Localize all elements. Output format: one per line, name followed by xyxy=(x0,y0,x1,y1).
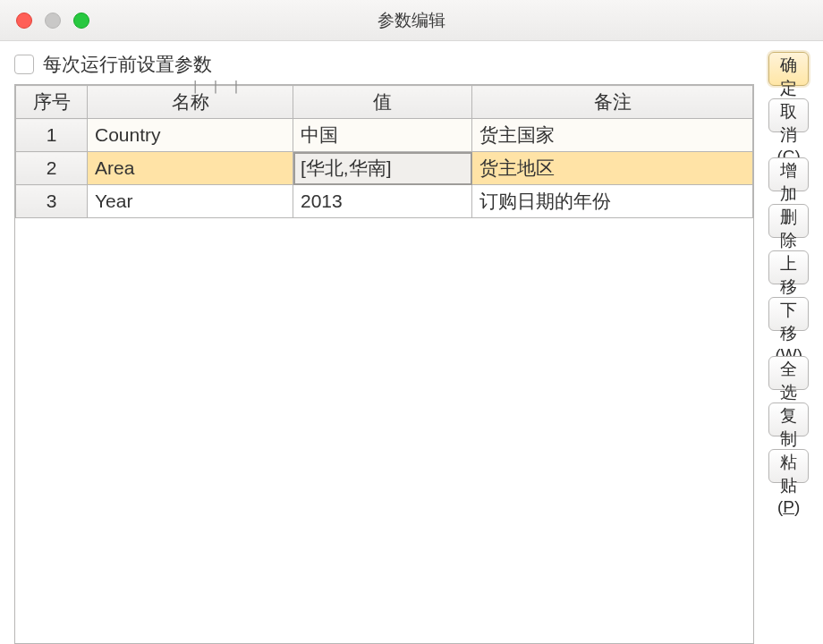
delete-button[interactable]: 删除(D) xyxy=(768,204,809,238)
paste-button-key: P xyxy=(783,497,794,516)
table-header-row: 序号 名称 值 备注 xyxy=(16,86,753,119)
paste-button-text: 粘贴 xyxy=(780,453,797,495)
cell-note[interactable]: 订购日期的年份 xyxy=(472,185,753,218)
set-params-each-run-row: 每次运行前设置参数 | | | xyxy=(14,52,754,77)
ok-button-text: 确定 xyxy=(780,55,797,97)
cell-index: 3 xyxy=(16,185,88,218)
cell-value-editing[interactable]: [华北,华南] xyxy=(293,152,472,185)
set-params-each-run-checkbox[interactable] xyxy=(14,55,34,74)
copy-button-text: 复制 xyxy=(780,406,797,448)
header-value[interactable]: 值 xyxy=(293,86,472,119)
header-note[interactable]: 备注 xyxy=(472,86,753,119)
column-resize-handle-icon[interactable]: | | | xyxy=(191,79,242,93)
window-controls xyxy=(16,13,89,29)
close-icon[interactable] xyxy=(16,13,32,29)
move-up-button-text: 上移 xyxy=(780,254,797,296)
button-panel: 确定(O) 取消(C) 增加(A) 删除(D) 上移(U) 下移(W) 全选(A… xyxy=(768,52,809,644)
cell-name[interactable]: Area xyxy=(88,152,293,185)
window-title: 参数编辑 xyxy=(378,11,445,30)
cell-value[interactable]: 中国 xyxy=(293,119,472,152)
header-name[interactable]: 名称 xyxy=(88,86,293,119)
titlebar: 参数编辑 xyxy=(0,0,823,41)
cell-index: 2 xyxy=(16,152,88,185)
table-row-selected[interactable]: 2 Area [华北,华南] 货主地区 xyxy=(16,152,753,185)
cancel-button-text: 取消 xyxy=(780,102,797,144)
cell-value[interactable]: 2013 xyxy=(293,185,472,218)
add-button[interactable]: 增加(A) xyxy=(768,157,809,191)
cell-name[interactable]: Year xyxy=(88,185,293,218)
table-row[interactable]: 3 Year 2013 订购日期的年份 xyxy=(16,185,753,218)
move-up-button[interactable]: 上移(U) xyxy=(768,250,809,284)
minimize-icon[interactable] xyxy=(45,13,61,29)
parameter-table[interactable]: 序号 名称 值 备注 1 Country 中国 货主国家 xyxy=(14,84,754,644)
paste-button[interactable]: 粘贴(P) xyxy=(768,449,809,483)
select-all-button[interactable]: 全选(A) xyxy=(768,356,809,390)
parameter-edit-window: 参数编辑 每次运行前设置参数 | | | 序号 名称 值 xyxy=(0,0,823,644)
cell-index: 1 xyxy=(16,119,88,152)
move-down-button-text: 下移 xyxy=(780,301,797,343)
set-params-each-run-label: 每次运行前设置参数 xyxy=(43,52,212,77)
add-button-text: 增加 xyxy=(780,161,797,203)
maximize-icon[interactable] xyxy=(73,13,89,29)
copy-button[interactable]: 复制(X) xyxy=(768,402,809,436)
cell-note[interactable]: 货主国家 xyxy=(472,119,753,152)
cancel-button[interactable]: 取消(C) xyxy=(768,98,809,132)
dialog-content: 每次运行前设置参数 | | | 序号 名称 值 备注 xyxy=(0,41,823,644)
delete-button-text: 删除 xyxy=(780,208,797,250)
move-down-button[interactable]: 下移(W) xyxy=(768,297,809,331)
cell-name[interactable]: Country xyxy=(88,119,293,152)
header-index[interactable]: 序号 xyxy=(16,86,88,119)
cell-note[interactable]: 货主地区 xyxy=(472,152,753,185)
table-row[interactable]: 1 Country 中国 货主国家 xyxy=(16,119,753,152)
ok-button[interactable]: 确定(O) xyxy=(768,52,809,86)
select-all-button-text: 全选 xyxy=(780,360,797,402)
left-panel: 每次运行前设置参数 | | | 序号 名称 值 备注 xyxy=(14,52,754,644)
